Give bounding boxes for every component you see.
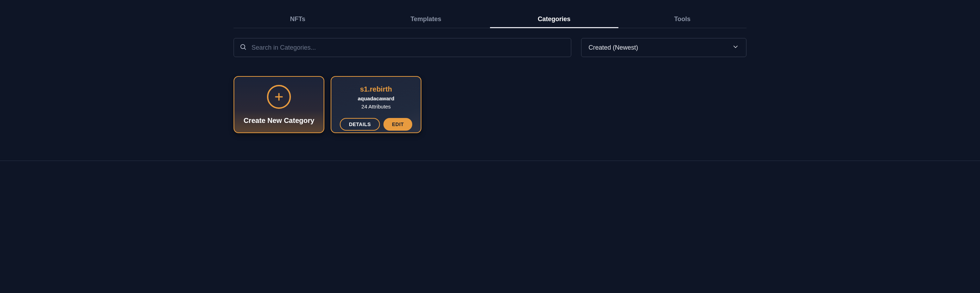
plus-icon	[267, 85, 291, 109]
tab-bar: NFTs Templates Categories Tools	[234, 11, 746, 28]
divider	[0, 160, 980, 161]
create-category-card[interactable]: Create New Category	[234, 76, 325, 133]
category-card: s1.rebirth aquadacaward 24 Attributes DE…	[331, 76, 422, 133]
details-button[interactable]: DETAILS	[340, 118, 380, 131]
search-icon	[240, 43, 247, 52]
tab-categories[interactable]: Categories	[490, 11, 618, 28]
category-collection: aquadacaward	[358, 95, 395, 101]
sort-dropdown[interactable]: Created (Newest)	[581, 38, 746, 57]
sort-selected-label: Created (Newest)	[589, 44, 638, 51]
search-field[interactable]	[234, 38, 571, 57]
create-category-label: Create New Category	[243, 117, 314, 125]
controls-row: Created (Newest)	[234, 38, 746, 57]
category-grid: Create New Category s1.rebirth aquadacaw…	[234, 76, 746, 133]
category-card-buttons: DETAILS EDIT	[340, 118, 412, 131]
category-attributes: 24 Attributes	[361, 104, 390, 109]
tab-nfts[interactable]: NFTs	[234, 11, 362, 28]
edit-button[interactable]: EDIT	[383, 118, 412, 131]
tab-tools[interactable]: Tools	[618, 11, 747, 28]
search-input[interactable]	[251, 44, 565, 51]
svg-line-1	[245, 48, 246, 50]
tab-templates[interactable]: Templates	[362, 11, 490, 28]
chevron-down-icon	[732, 43, 739, 52]
category-title: s1.rebirth	[360, 85, 392, 93]
